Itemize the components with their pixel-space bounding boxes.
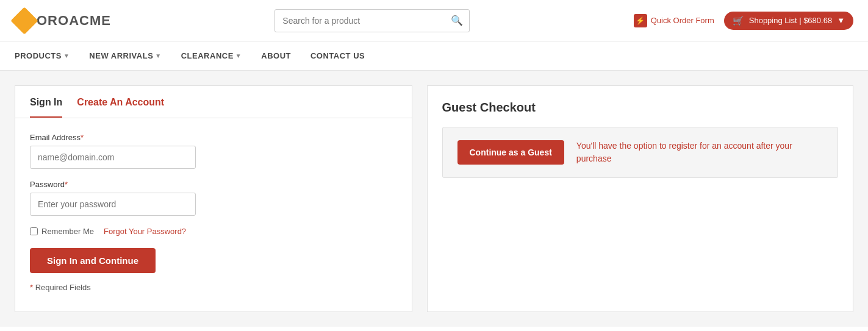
- logo-oro: ORO: [37, 13, 69, 28]
- forgot-password-link[interactable]: Forgot Your Password?: [104, 227, 186, 236]
- search-button[interactable]: 🔍: [445, 15, 469, 26]
- nav-contact-label: CONTACT US: [310, 51, 365, 60]
- chevron-down-icon: ▼: [63, 52, 70, 59]
- nav-item-new-arrivals[interactable]: NEW ARRIVALS ▼: [89, 51, 161, 60]
- nav-item-contact-us[interactable]: CONTACT US: [310, 51, 365, 60]
- search-input[interactable]: [275, 16, 445, 26]
- header-right: ⚡ Quick Order Form 🛒 Shopping List | $68…: [634, 12, 853, 30]
- search-box: 🔍: [274, 9, 470, 32]
- logo[interactable]: OROACME: [15, 11, 111, 30]
- guest-checkout-box: Continue as a Guest You'll have the opti…: [442, 127, 839, 178]
- chevron-down-icon: ▼: [837, 16, 845, 25]
- nav-new-arrivals-label: NEW ARRIVALS: [89, 51, 153, 60]
- tab-create-account[interactable]: Create An Account: [77, 97, 164, 118]
- nav-products-label: PRODUCTS: [15, 51, 62, 60]
- nav-item-products[interactable]: PRODUCTS ▼: [15, 51, 70, 60]
- chevron-down-icon: ▼: [155, 52, 161, 59]
- search-area: 🔍: [111, 9, 634, 32]
- nav-clearance-label: CLEARANCE: [181, 51, 234, 60]
- tab-sign-in[interactable]: Sign In: [30, 97, 62, 118]
- nav-item-about[interactable]: ABOUT: [261, 51, 291, 60]
- required-note: * Required Fields: [30, 283, 397, 292]
- shopping-list-button[interactable]: 🛒 Shopping List | $680.68 ▼: [724, 12, 853, 30]
- main-nav: PRODUCTS ▼ NEW ARRIVALS ▼ CLEARANCE ▼ AB…: [0, 41, 868, 71]
- guest-checkout-title: Guest Checkout: [442, 101, 839, 115]
- nav-item-clearance[interactable]: CLEARANCE ▼: [181, 51, 242, 60]
- remember-me-checkbox[interactable]: [30, 227, 38, 235]
- guest-checkout-description: You'll have the option to register for a…: [576, 140, 823, 165]
- email-label: Email Address*: [30, 133, 397, 142]
- site-header: OROACME 🔍 ⚡ Quick Order Form 🛒 Shopping …: [0, 0, 868, 41]
- logo-acme: ACME: [69, 13, 111, 28]
- quick-order-icon: ⚡: [634, 14, 647, 27]
- auth-tabs: Sign In Create An Account: [15, 86, 412, 118]
- sign-in-form: Email Address* Password* Remember Me For…: [15, 118, 412, 307]
- sign-in-button[interactable]: Sign In and Continue: [30, 248, 156, 273]
- email-field[interactable]: [30, 146, 196, 169]
- shopping-list-label: Shopping List | $680.68: [749, 16, 832, 25]
- main-content: Sign In Create An Account Email Address*…: [0, 71, 868, 327]
- logo-text: OROACME: [37, 13, 111, 29]
- nav-about-label: ABOUT: [261, 51, 291, 60]
- guest-checkout-panel: Guest Checkout Continue as a Guest You'l…: [427, 85, 854, 312]
- email-group: Email Address*: [30, 133, 397, 169]
- quick-order-label: Quick Order Form: [651, 16, 714, 25]
- remember-forgot-row: Remember Me Forgot Your Password?: [30, 227, 397, 236]
- quick-order-link[interactable]: ⚡ Quick Order Form: [634, 14, 714, 27]
- password-group: Password*: [30, 180, 397, 216]
- password-label: Password*: [30, 180, 397, 189]
- password-field[interactable]: [30, 193, 196, 216]
- nav-items: PRODUCTS ▼ NEW ARRIVALS ▼ CLEARANCE ▼ AB…: [15, 51, 853, 60]
- continue-as-guest-button[interactable]: Continue as a Guest: [457, 140, 564, 165]
- chevron-down-icon: ▼: [235, 52, 242, 59]
- cart-icon: 🛒: [733, 15, 744, 26]
- logo-diamond-icon: [10, 7, 38, 34]
- remember-me-label[interactable]: Remember Me: [30, 227, 94, 236]
- sign-in-panel: Sign In Create An Account Email Address*…: [15, 85, 412, 312]
